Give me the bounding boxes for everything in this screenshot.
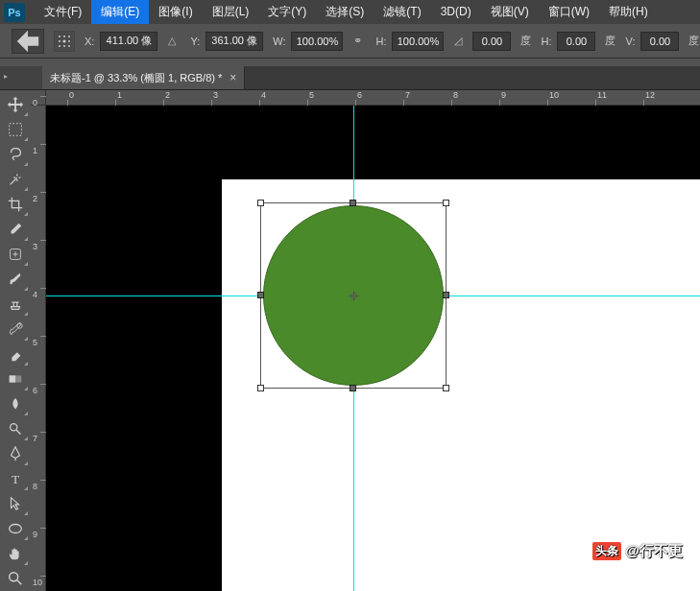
watermark: 头条 @行不更 — [592, 542, 683, 560]
svg-point-5 — [68, 40, 70, 42]
horizontal-ruler[interactable]: 0123456789101112 — [46, 90, 700, 106]
clone-stamp-tool[interactable] — [2, 292, 29, 317]
link-wh-icon[interactable]: ⚭ — [349, 33, 366, 50]
gradient-tool[interactable] — [2, 366, 29, 391]
x-label: X: — [84, 35, 94, 47]
app-logo: Ps — [4, 3, 25, 22]
handle-w[interactable] — [257, 292, 264, 298]
skew-v-input[interactable] — [640, 32, 679, 51]
svg-text:T: T — [12, 472, 20, 486]
tab-bar: 未标题-1 @ 33.3% (椭圆 1, RGB/8) * × — [0, 66, 700, 90]
swap-xy-icon[interactable]: △ — [163, 33, 181, 50]
move-tool[interactable] — [2, 92, 29, 117]
blur-tool[interactable] — [2, 391, 29, 416]
svg-point-1 — [63, 35, 65, 37]
menu-image[interactable]: 图像(I) — [149, 0, 202, 24]
svg-point-7 — [63, 45, 65, 47]
svg-rect-12 — [10, 375, 15, 382]
handle-ne[interactable] — [443, 200, 449, 206]
reference-point-grid[interactable] — [54, 31, 75, 52]
svg-point-8 — [68, 45, 70, 47]
transform-tool-icon[interactable] — [12, 29, 44, 54]
handle-se[interactable] — [443, 385, 449, 391]
eyedropper-tool[interactable] — [2, 217, 29, 242]
angle-unit: 度 — [520, 34, 531, 48]
h-input[interactable] — [392, 32, 444, 51]
menu-3d[interactable]: 3D(D) — [431, 0, 481, 24]
skew-h-input[interactable] — [557, 32, 595, 51]
menu-window[interactable]: 窗口(W) — [539, 0, 599, 24]
document-tab[interactable]: 未标题-1 @ 33.3% (椭圆 1, RGB/8) * × — [42, 66, 245, 89]
menu-view[interactable]: 视图(V) — [481, 0, 539, 24]
watermark-text: @行不更 — [625, 542, 683, 560]
tool-palette: T — [0, 90, 31, 591]
svg-point-0 — [59, 35, 60, 37]
h-label: H: — [375, 35, 386, 47]
viewport[interactable] — [46, 106, 700, 591]
marquee-tool[interactable] — [2, 117, 29, 142]
lasso-tool[interactable] — [2, 142, 29, 167]
close-icon[interactable]: × — [229, 71, 236, 84]
svg-point-16 — [10, 573, 18, 581]
handle-e[interactable] — [443, 292, 449, 298]
path-select-tool[interactable] — [2, 491, 29, 516]
y-label: Y: — [190, 35, 200, 47]
angle-icon: ◿ — [449, 33, 467, 50]
menu-type[interactable]: 文字(Y) — [258, 0, 316, 24]
menu-bar: Ps 文件(F) 编辑(E) 图像(I) 图层(L) 文字(Y) 选择(S) 滤… — [0, 0, 700, 24]
svg-rect-9 — [10, 124, 22, 136]
magic-wand-tool[interactable] — [2, 167, 29, 192]
vertical-ruler[interactable]: 012345678910 — [31, 106, 46, 591]
svg-point-15 — [10, 525, 22, 533]
eraser-tool[interactable] — [2, 342, 29, 366]
transform-box[interactable] — [260, 202, 447, 389]
svg-point-3 — [59, 40, 60, 42]
svg-point-13 — [11, 424, 17, 431]
menu-file[interactable]: 文件(F) — [35, 0, 91, 24]
shape-tool[interactable] — [2, 516, 29, 541]
zoom-tool[interactable] — [2, 566, 29, 591]
y-input[interactable] — [205, 32, 263, 51]
handle-n[interactable] — [350, 200, 356, 206]
skew-v-unit: 度 — [688, 34, 699, 48]
transform-center-icon[interactable] — [349, 291, 359, 301]
hand-tool[interactable] — [2, 541, 29, 566]
w-input[interactable] — [291, 32, 343, 51]
menu-filter[interactable]: 滤镜(T) — [374, 0, 430, 24]
healing-brush-tool[interactable] — [2, 242, 29, 267]
dodge-tool[interactable] — [2, 416, 29, 441]
document-tab-title: 未标题-1 @ 33.3% (椭圆 1, RGB/8) * — [50, 71, 222, 85]
brush-tool[interactable] — [2, 267, 29, 292]
angle-input[interactable] — [472, 32, 511, 51]
skew-h-unit: 度 — [605, 34, 616, 48]
handle-sw[interactable] — [257, 385, 264, 391]
svg-point-2 — [68, 35, 70, 37]
svg-point-4 — [62, 39, 65, 42]
skew-v-label: V: — [625, 35, 635, 47]
w-label: W: — [273, 35, 285, 47]
svg-point-6 — [59, 45, 60, 47]
x-input[interactable] — [100, 32, 157, 51]
crop-tool[interactable] — [2, 192, 29, 217]
canvas-area: 0123456789101112 012345678910 — [31, 90, 700, 591]
pen-tool[interactable] — [2, 441, 29, 466]
menu-layer[interactable]: 图层(L) — [203, 0, 259, 24]
history-brush-tool[interactable] — [2, 317, 29, 342]
handle-s[interactable] — [350, 385, 356, 391]
text-tool[interactable]: T — [2, 466, 29, 491]
workspace: T 0123456789101112 012345678910 — [0, 90, 700, 591]
handle-nw[interactable] — [257, 200, 264, 206]
menu-select[interactable]: 选择(S) — [316, 0, 374, 24]
menu-help[interactable]: 帮助(H) — [599, 0, 658, 24]
watermark-brand: 头条 — [592, 542, 621, 560]
options-bar: X: △ Y: W: ⚭ H: ◿ 度 H: 度 V: 度 — [0, 24, 700, 59]
menu-edit[interactable]: 编辑(E) — [91, 0, 149, 24]
panel-expand-icon[interactable] — [0, 66, 42, 89]
skew-h-label: H: — [541, 35, 551, 47]
